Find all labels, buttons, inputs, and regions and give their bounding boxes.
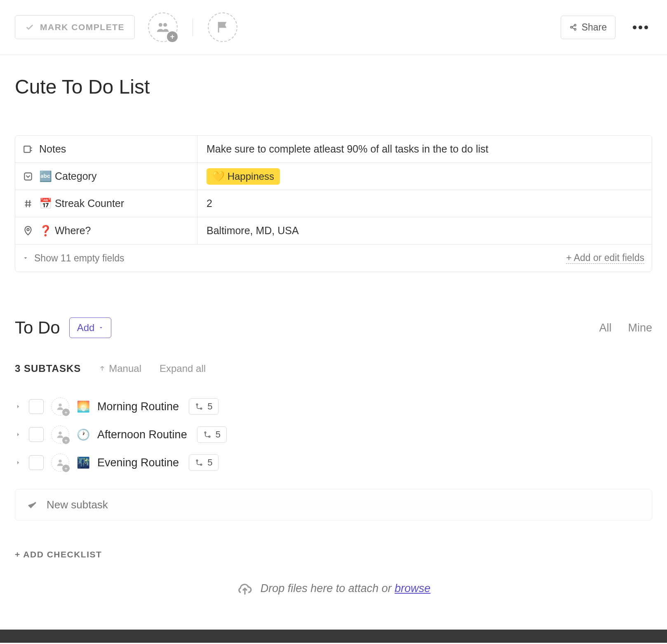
add-label: Add xyxy=(77,322,95,334)
fields-footer: Show 11 empty fields + Add or edit field… xyxy=(15,244,652,272)
svg-point-1 xyxy=(163,23,167,27)
task-row: + 🌃 Evening Routine 5 xyxy=(15,449,652,477)
dot-icon xyxy=(644,26,648,29)
subtask-icon xyxy=(203,430,211,439)
mark-complete-button[interactable]: MARK COMPLETE xyxy=(15,15,135,39)
browse-link[interactable]: browse xyxy=(395,582,430,595)
subtask-count: 3 SUBTASKS xyxy=(15,363,81,374)
more-button[interactable] xyxy=(629,21,652,33)
sort-manual-button[interactable]: Manual xyxy=(99,363,141,374)
flag-button[interactable] xyxy=(208,12,237,42)
field-row-category[interactable]: 🔤 Category 💛 Happiness xyxy=(15,163,652,190)
field-value[interactable]: Make sure to complete atleast 90% of all… xyxy=(197,136,652,162)
subtask-count-value: 5 xyxy=(216,429,221,440)
field-label: ❓ Where? xyxy=(15,217,197,244)
people-icon xyxy=(156,20,170,34)
field-row-where[interactable]: ❓ Where? Baltimore, MD, USA xyxy=(15,217,652,244)
assignee-button[interactable]: + xyxy=(51,397,69,416)
plus-badge-icon: + xyxy=(167,31,178,42)
field-label-text: 📅 Streak Counter xyxy=(39,197,124,209)
filter-all[interactable]: All xyxy=(599,322,611,334)
subtask-count-badge[interactable]: 5 xyxy=(197,426,227,443)
svg-rect-10 xyxy=(24,173,31,180)
show-empty-fields-button[interactable]: Show 11 empty fields xyxy=(23,253,124,264)
field-value[interactable]: 💛 Happiness xyxy=(197,163,652,190)
add-task-button[interactable]: Add xyxy=(69,317,112,338)
field-value[interactable]: Baltimore, MD, USA xyxy=(197,217,652,244)
field-row-notes[interactable]: Notes Make sure to complete atleast 90% … xyxy=(15,136,652,163)
svg-point-20 xyxy=(59,432,61,435)
task-emoji-icon: 🌅 xyxy=(77,400,90,413)
expand-all-button[interactable]: Expand all xyxy=(160,363,206,374)
svg-point-19 xyxy=(200,408,202,409)
cloud-upload-icon xyxy=(237,580,253,597)
svg-point-15 xyxy=(27,228,29,230)
task-row: + 🕐 Afternoon Routine 5 xyxy=(15,421,652,449)
svg-line-13 xyxy=(26,200,27,207)
add-checklist-button[interactable]: + ADD CHECKLIST xyxy=(15,550,652,559)
check-icon xyxy=(27,500,38,510)
subtask-count-badge[interactable]: 5 xyxy=(189,454,218,471)
task-filters: All Mine xyxy=(599,322,652,334)
add-people-button[interactable]: + xyxy=(148,12,178,42)
svg-rect-7 xyxy=(24,146,30,152)
show-empty-label: Show 11 empty fields xyxy=(34,253,124,264)
task-name[interactable]: Afternoon Routine xyxy=(97,428,187,441)
field-label-text: 🔤 Category xyxy=(39,170,96,182)
field-row-streak[interactable]: 📅 Streak Counter 2 xyxy=(15,190,652,217)
dot-icon xyxy=(639,26,642,29)
assignee-button[interactable]: + xyxy=(51,454,69,472)
dot-icon xyxy=(633,26,636,29)
svg-point-22 xyxy=(209,436,210,437)
flag-icon xyxy=(216,20,230,34)
plus-badge-icon: + xyxy=(62,465,70,472)
new-subtask-input[interactable] xyxy=(47,498,640,511)
assignee-button[interactable]: + xyxy=(51,425,69,444)
plus-badge-icon: + xyxy=(62,409,70,416)
svg-line-14 xyxy=(29,200,30,207)
task-checkbox[interactable] xyxy=(29,427,44,442)
task-checkbox[interactable] xyxy=(29,455,44,470)
filter-mine[interactable]: Mine xyxy=(628,322,652,334)
fields-table: Notes Make sure to complete atleast 90% … xyxy=(15,135,652,272)
manual-label: Manual xyxy=(109,363,141,374)
category-tag: 💛 Happiness xyxy=(207,168,280,185)
pin-icon xyxy=(23,226,33,236)
field-label: 🔤 Category xyxy=(15,163,197,190)
svg-line-6 xyxy=(572,28,574,29)
subtask-icon xyxy=(195,458,203,467)
add-edit-fields-button[interactable]: + Add or edit fields xyxy=(566,252,644,264)
file-dropzone[interactable]: Drop files here to attach or browse xyxy=(15,572,652,605)
field-value[interactable]: 2 xyxy=(197,190,652,217)
task-name[interactable]: Morning Routine xyxy=(97,400,179,413)
field-label: Notes xyxy=(15,136,197,162)
plus-badge-icon: + xyxy=(62,437,70,444)
field-label: 📅 Streak Counter xyxy=(15,190,197,217)
svg-point-24 xyxy=(196,460,197,461)
subtask-count-badge[interactable]: 5 xyxy=(189,398,218,415)
expand-toggle[interactable] xyxy=(15,403,21,410)
notes-icon xyxy=(23,144,33,155)
svg-point-21 xyxy=(204,432,206,433)
svg-point-18 xyxy=(196,404,197,405)
share-button[interactable]: Share xyxy=(561,16,615,39)
vertical-divider xyxy=(193,18,193,36)
share-label: Share xyxy=(582,22,607,33)
svg-point-0 xyxy=(159,23,162,27)
field-label-text: ❓ Where? xyxy=(39,225,91,237)
todo-heading: To Do xyxy=(15,318,60,338)
expand-toggle[interactable] xyxy=(15,431,21,438)
select-icon xyxy=(23,171,33,182)
new-subtask-row[interactable] xyxy=(15,489,652,521)
field-label-text: Notes xyxy=(39,143,66,155)
caret-down-icon xyxy=(23,255,28,261)
task-emoji-icon: 🕐 xyxy=(77,428,90,441)
check-icon xyxy=(25,23,34,32)
subtask-count-value: 5 xyxy=(207,401,212,412)
page-title: Cute To Do List xyxy=(15,75,652,98)
bottom-bar xyxy=(0,630,667,643)
task-checkbox[interactable] xyxy=(29,399,44,414)
task-name[interactable]: Evening Routine xyxy=(97,456,179,469)
expand-toggle[interactable] xyxy=(15,459,21,466)
task-row: + 🌅 Morning Routine 5 xyxy=(15,393,652,421)
